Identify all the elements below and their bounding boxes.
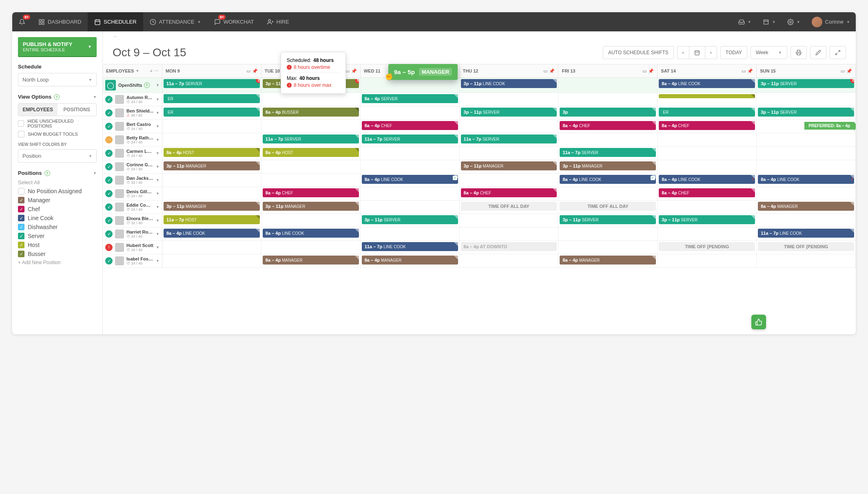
day-cell[interactable]	[658, 227, 757, 240]
day-cell[interactable]	[757, 254, 856, 267]
day-cell[interactable]: 3p – 11pMANAGER	[162, 160, 261, 173]
note-icon[interactable]: ▭	[543, 68, 547, 74]
day-cell[interactable]	[361, 78, 460, 93]
shift-block[interactable]: 11a – 7pSERVER	[560, 148, 656, 157]
shift-block[interactable]: 8a – 4pCHEF	[659, 121, 755, 130]
day-cell[interactable]	[658, 160, 757, 173]
chevron-down-icon[interactable]: ▼	[156, 111, 159, 115]
position-checkbox[interactable]: ✓Host	[18, 242, 97, 248]
day-cell[interactable]	[361, 201, 460, 214]
day-cell[interactable]: ER	[162, 93, 261, 106]
day-cell[interactable]	[658, 254, 757, 267]
day-cell[interactable]	[162, 133, 261, 146]
day-cell[interactable]: TIME OFF [PENDING	[658, 241, 757, 254]
day-cell[interactable]	[658, 133, 757, 146]
day-cell[interactable]: 11a – 7pSERVER	[558, 147, 658, 160]
nav-scheduler[interactable]: SCHEDULER	[88, 12, 143, 31]
back-arrow[interactable]: ←	[103, 31, 856, 41]
shift-block[interactable]: 8a – 4pSERVER	[362, 94, 458, 103]
shift-block[interactable]: 3p – 11pMANAGER	[560, 161, 656, 170]
note-icon[interactable]: ▭	[742, 68, 746, 74]
day-cell[interactable]: 8a – 4pMANAGER	[361, 254, 460, 267]
employee-cell[interactable]: ✓Carmen Lowe⏱ 24 / 40▼	[103, 147, 162, 160]
shift-block[interactable]: 8a – 4pCHEF	[659, 188, 755, 197]
position-checkbox[interactable]: ✓Busser	[18, 251, 97, 257]
shift-block[interactable]: 3p – 11pLINE COOK	[461, 79, 557, 88]
day-cell[interactable]	[261, 160, 361, 173]
shift-block[interactable]: 8a – 4pLINE COOK	[263, 229, 359, 238]
day-cell[interactable]	[460, 254, 559, 267]
shift-block[interactable]: 8a – 4pMANAGER	[560, 256, 656, 265]
day-cell[interactable]: 11a – 7pSERVER	[261, 133, 361, 146]
employee-cell[interactable]: ✓Harriet Roberts⏱ 24 / 40▼	[103, 227, 162, 240]
shift-block[interactable]: 11a – 7pSERVER	[461, 135, 557, 143]
day-cell[interactable]	[361, 227, 460, 240]
shift-block[interactable]: 8a – 4pLINE COOK!	[758, 175, 854, 184]
employee-cell[interactable]: ✓Isabel Foster⏱ 24 / 40▼	[103, 254, 162, 267]
shift-block[interactable]: 3p – 11pMANAGER	[461, 161, 557, 170]
timeoff-block[interactable]: TIME OFF [PENDING	[758, 242, 854, 251]
position-checkbox[interactable]: No Position Assigned	[18, 188, 97, 194]
shift-block[interactable]: 3p – 11pMANAGER	[164, 202, 260, 211]
shift-block[interactable]: ER	[659, 108, 755, 117]
shift-block[interactable]: 8a – 4pCHEF	[560, 121, 656, 130]
add-position-link[interactable]: + Add New Position	[18, 260, 97, 265]
edit-button[interactable]	[810, 46, 826, 59]
show-budget-checkbox[interactable]: SHOW BUDGET TOOLS	[18, 131, 97, 137]
day-cell[interactable]: 8a – 4pHOST	[261, 147, 361, 160]
day-cell[interactable]	[460, 93, 559, 106]
pin-icon[interactable]: 📌	[252, 68, 258, 74]
day-cell[interactable]	[558, 187, 658, 200]
day-cell[interactable]: 3p – 11pSERVER2	[757, 78, 856, 93]
day-cell[interactable]	[558, 227, 658, 240]
view-select[interactable]: Week▼	[751, 46, 787, 59]
day-cell[interactable]	[558, 241, 658, 254]
schedule-select[interactable]: North Loop ▼	[18, 73, 97, 86]
day-cell[interactable]	[658, 93, 757, 106]
more-icon[interactable]: ⋯	[154, 68, 159, 74]
day-cell[interactable]: 8a – 4pLINE COOK!	[658, 174, 757, 187]
chevron-down-icon[interactable]: ▼	[156, 245, 159, 249]
day-cell[interactable]: 3p	[558, 106, 658, 119]
day-cell[interactable]	[261, 93, 361, 106]
day-cell[interactable]	[460, 147, 559, 160]
day-cell[interactable]: 3p – 11pLINE COOK	[460, 78, 559, 93]
employee-cell[interactable]: ✓Corinne Garris...⏱ 24 / 40▼	[103, 160, 162, 173]
nav-dashboard[interactable]: DASHBOARD	[32, 12, 88, 31]
day-cell[interactable]: 8a – 4pCHEF	[558, 120, 658, 133]
day-cell[interactable]	[558, 78, 658, 93]
day-cell[interactable]: 11a – 7pHOST	[162, 214, 261, 227]
shift-block[interactable]: 3p – 11pSERVER	[659, 215, 755, 224]
help-icon[interactable]: ?	[54, 94, 60, 100]
employee-cell[interactable]: ⋯Betty Rathmen⏱ 24 / 40▼	[103, 133, 162, 146]
prev-button[interactable]: ‹	[677, 46, 689, 59]
employee-cell[interactable]: ✓Bert Castro⏱ 24 / 40▼	[103, 120, 162, 133]
shift-block[interactable]: 8a – 4pLINE COOK	[164, 229, 260, 238]
shift-block[interactable]: 8a – 4pMANAGER	[263, 256, 359, 265]
shift-block[interactable]: ER	[164, 94, 260, 103]
day-cell[interactable]: 8a – 4pLINE COOK	[658, 78, 757, 93]
day-cell[interactable]	[558, 93, 658, 106]
day-cell[interactable]: 8a – 4pHOST	[162, 147, 261, 160]
shift-block[interactable]: ER	[164, 108, 260, 117]
pin-icon[interactable]: 📌	[648, 68, 654, 74]
day-cell[interactable]	[558, 133, 658, 146]
day-cell[interactable]: 11a – 7pLINE COOK	[757, 227, 856, 240]
position-checkbox[interactable]: ✓Server	[18, 233, 97, 239]
publish-button[interactable]: PUBLISH & NOTIFY ENTIRE SCHEDULE ▼	[18, 37, 97, 56]
day-cell[interactable]	[361, 106, 460, 119]
day-cell[interactable]: 8a – 4pCHEF	[460, 187, 559, 200]
shift-block[interactable]: 3p – 11pMANAGER	[263, 202, 359, 211]
settings-button[interactable]: ▼	[782, 12, 806, 31]
day-cell[interactable]	[361, 147, 460, 160]
chevron-down-icon[interactable]: ▼	[156, 259, 159, 263]
shift-block[interactable]: 8a – 4pMANAGER	[362, 256, 458, 265]
pin-icon[interactable]: 📌	[351, 68, 357, 74]
day-cell[interactable]: 3p – 11pSERVER	[460, 106, 559, 119]
employee-cell[interactable]: ✓Autumn Ro...⏱ 24 / 40▼	[103, 93, 162, 106]
day-cell[interactable]: 3p – 11pMANAGER	[261, 201, 361, 214]
day-cell[interactable]	[261, 174, 361, 187]
expand-button[interactable]	[830, 46, 846, 59]
shift-block[interactable]: 8a – 4pBUSSER	[263, 108, 359, 117]
day-cell[interactable]: 8a – 4pMANAGER	[558, 254, 658, 267]
